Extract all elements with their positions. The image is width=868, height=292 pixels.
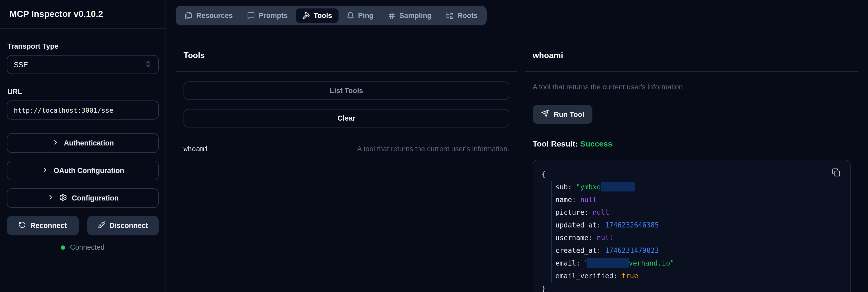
code-line: picture: null [541,206,842,219]
tools-panel-title: Tools [184,51,509,60]
code-line: email_verified: true [541,270,842,283]
tool-detail-description: A tool that returns the current user's i… [533,83,850,91]
clear-button[interactable]: Clear [184,109,509,128]
tab-roots[interactable]: Roots [439,8,484,23]
tool-row-whoami[interactable]: whoamiA tool that returns the current us… [184,145,509,153]
authentication-expander[interactable]: Authentication [7,133,159,153]
tool-result-label: Tool Result: [533,139,578,148]
tool-result-json: {sub: "ymbxqcname: nullpicture: nullupda… [533,160,850,292]
tab-label: Sampling [399,12,432,20]
tab-prompts[interactable]: Prompts [241,8,294,23]
transport-type-value: SSE [14,61,28,68]
tab-ping[interactable]: Ping [340,8,380,23]
url-label: URL [7,88,159,96]
tool-detail-title: whoami [533,51,850,60]
sidebar: MCP Inspector v0.10.2 Transport Type SSE… [0,0,166,292]
connection-status: Connected [7,243,159,251]
tools-list-panel: Tools List Tools Clear whoamiA tool that… [176,51,517,292]
reconnect-button[interactable]: Reconnect [7,216,79,235]
code-line: username: null [541,232,842,245]
authentication-label: Authentication [64,139,114,147]
tab-label: Tools [314,12,332,20]
code-line: updated_at: 1746232646385 [541,219,842,232]
run-tool-button[interactable]: Run Tool [533,105,593,124]
chevron-right-icon [41,166,49,175]
tab-label: Ping [358,12,374,20]
tool-result-line: Tool Result: Success [533,139,850,148]
sidebar-body: Transport Type SSE URL Authentication OA… [0,29,165,251]
hammer-icon [302,12,310,20]
tab-tools[interactable]: Tools [296,8,339,23]
files-icon [185,12,192,20]
bell-icon [346,12,354,20]
folder-tree-icon [446,12,454,20]
reconnect-label: Reconnect [30,222,67,230]
code-line: sub: "ymbxqc [541,181,842,194]
url-input[interactable] [7,100,159,120]
run-tool-label: Run Tool [554,110,584,118]
tool-detail-panel: whoami A tool that returns the current u… [525,51,859,292]
tab-label: Resources [196,12,233,20]
tab-label: Roots [458,12,478,20]
divider [525,71,859,72]
connection-status-label: Connected [70,243,105,251]
tool-result-box: {sub: "ymbxqcname: nullpicture: nullupda… [533,160,850,292]
code-line: created_at: 1746231479023 [541,245,842,257]
disconnect-button[interactable]: Disconnect [87,216,159,235]
list-tools-button[interactable]: List Tools [184,82,509,100]
message-square-icon [247,12,255,20]
transport-type-select[interactable]: SSE [7,55,159,74]
configuration-label: Configuration [72,194,119,202]
app-title: MCP Inspector v0.10.2 [9,9,103,19]
tool-name: whoami [184,145,208,153]
tool-list: whoamiA tool that returns the current us… [184,128,509,153]
code-line: } [541,283,842,292]
unplug-icon [98,221,105,230]
transport-type-label: Transport Type [7,42,159,50]
sidebar-header: MCP Inspector v0.10.2 [0,0,165,29]
tab-resources[interactable]: Resources [178,8,239,23]
send-icon [541,109,549,119]
connected-dot-icon [61,245,65,250]
indent-guide [551,181,552,283]
tab-sampling[interactable]: Sampling [381,8,438,23]
divider [176,71,517,72]
code-line: name: null [541,194,842,206]
code-line: email: "verhand.io" [541,257,842,270]
chevrons-up-down-icon [145,60,152,69]
tab-label: Prompts [259,12,288,20]
hash-icon [388,12,396,20]
code-line: { [541,168,842,181]
oauth-configuration-label: OAuth Configuration [54,167,124,174]
chevron-right-icon [52,139,59,148]
tool-description: A tool that returns the current user's i… [357,145,509,153]
disconnect-label: Disconnect [110,222,148,230]
rotate-ccw-icon [19,221,26,230]
redaction-box [586,258,629,268]
mcp-inspector-app: MCP Inspector v0.10.2 Transport Type SSE… [0,0,868,292]
tool-result-status-value: Success [580,139,612,148]
gear-icon [59,193,67,203]
chevron-right-icon [47,194,55,203]
oauth-configuration-expander[interactable]: OAuth Configuration [7,161,159,181]
configuration-expander[interactable]: Configuration [7,188,159,208]
nav-tabs: ResourcesPromptsToolsPingSamplingRoots [176,6,487,25]
redaction-box [601,182,635,192]
main-area: ResourcesPromptsToolsPingSamplingRoots T… [166,0,868,292]
